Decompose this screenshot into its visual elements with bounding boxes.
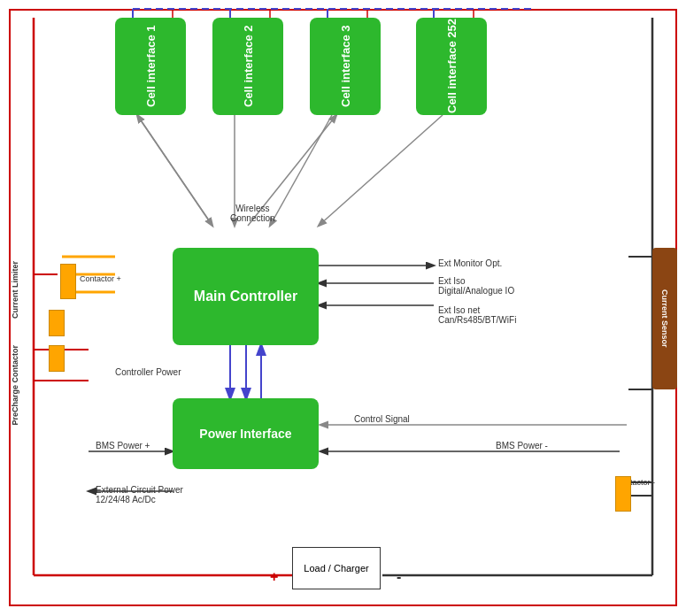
- connector-rect-right: [615, 476, 631, 512]
- ext-iso-net-label: Ext Iso netCan/Rs485/BT/WiFi: [438, 305, 516, 325]
- power-interface-box: Power Interface: [173, 398, 319, 469]
- svg-line-13: [137, 115, 212, 226]
- connector-rect-3: [49, 345, 65, 372]
- wireless-connection-label: WirelessConnection: [230, 204, 275, 223]
- control-signal-label: Control Signal: [354, 414, 410, 424]
- plus-label: +: [270, 569, 278, 585]
- ext-iso-digital-label: Ext IsoDigital/Analogue IO: [438, 276, 514, 296]
- connector-rect-2: [49, 310, 65, 336]
- svg-line-9: [137, 115, 212, 226]
- svg-line-12: [319, 115, 443, 226]
- bms-power-plus-label: BMS Power +: [96, 441, 150, 450]
- cell-interface-1: Cell interface 1: [115, 18, 186, 115]
- cell-interface-3: Cell interface 3: [310, 18, 381, 115]
- external-circuit-power-label: External Circuit Power12/24/48 Ac/Dc: [96, 485, 183, 504]
- diagram-container: Cell interface 1 Cell interface 2 Cell i…: [0, 0, 686, 616]
- main-controller-box: Main Controller: [173, 248, 319, 345]
- current-limiter-label: Current Limiter: [11, 261, 19, 319]
- current-sensor-box: Current Sensor: [652, 248, 677, 389]
- cell-interface-2: Cell interface 2: [212, 18, 283, 115]
- precharge-contactor-label: PreCharge Contactor: [11, 345, 19, 426]
- load-charger-box: Load / Charger: [292, 547, 381, 589]
- bms-power-minus-label: BMS Power -: [496, 441, 548, 450]
- svg-line-11: [270, 115, 332, 226]
- controller-power-label: Controller Power: [115, 367, 181, 377]
- connector-rect-1: [60, 264, 76, 299]
- cell-interface-252: Cell interface 252: [416, 18, 487, 115]
- ext-monitor-opt-label: Ext Monitor Opt.: [438, 258, 502, 268]
- minus-label: -: [397, 569, 401, 585]
- contactor-plus-label: Contactor +: [80, 274, 121, 283]
